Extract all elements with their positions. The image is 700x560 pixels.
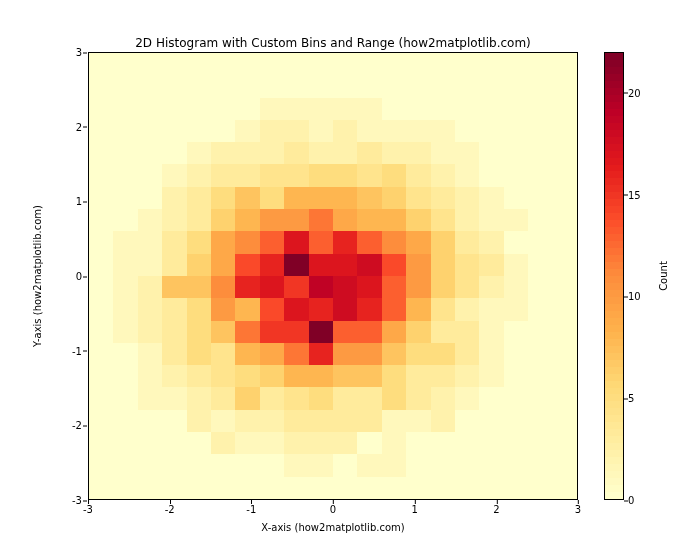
heatmap-cell: [333, 187, 357, 209]
heatmap-cell: [479, 365, 503, 387]
heatmap-cell: [235, 120, 259, 142]
colorbar-tick: 0: [628, 495, 634, 506]
heatmap-cell: [235, 298, 259, 320]
heatmap-cell: [187, 142, 211, 164]
heatmap-cell: [138, 343, 162, 365]
heatmap-cell: [284, 454, 308, 476]
heatmap-cell: [187, 343, 211, 365]
heatmap-cell: [260, 276, 284, 298]
heatmap-cell: [333, 321, 357, 343]
heatmap-cell: [479, 98, 503, 120]
heatmap-cell: [528, 53, 552, 75]
x-tick: -3: [83, 504, 93, 515]
heatmap-cell: [455, 365, 479, 387]
heatmap-cell: [553, 477, 577, 499]
heatmap-cell: [431, 98, 455, 120]
heatmap-cell: [406, 120, 430, 142]
heatmap-cell: [138, 142, 162, 164]
heatmap-cell: [333, 387, 357, 409]
heatmap-cell: [504, 75, 528, 97]
heatmap-cell: [479, 432, 503, 454]
heatmap-cell: [553, 387, 577, 409]
heatmap-cell: [162, 387, 186, 409]
heatmap-cell: [553, 276, 577, 298]
heatmap-cell: [479, 120, 503, 142]
heatmap-cell: [235, 454, 259, 476]
heatmap-cell: [382, 432, 406, 454]
heatmap-cell: [235, 365, 259, 387]
heatmap-cell: [479, 53, 503, 75]
heatmap-cell: [211, 120, 235, 142]
heatmap-cell: [211, 321, 235, 343]
heatmap-cell: [528, 164, 552, 186]
heatmap-cell: [284, 209, 308, 231]
heatmap-cell: [406, 365, 430, 387]
heatmap-cell: [138, 209, 162, 231]
heatmap-cell: [382, 142, 406, 164]
heatmap-cell: [431, 209, 455, 231]
heatmap-cell: [309, 98, 333, 120]
heatmap-cell: [211, 53, 235, 75]
heatmap-cell: [235, 209, 259, 231]
heatmap-cell: [357, 477, 381, 499]
heatmap-cell: [284, 98, 308, 120]
heatmap-cell: [455, 276, 479, 298]
heatmap-cell: [333, 98, 357, 120]
heatmap-cell: [309, 387, 333, 409]
heatmap-cell: [455, 321, 479, 343]
y-tick: 1: [58, 196, 82, 207]
heatmap-cell: [406, 321, 430, 343]
heatmap-cell: [260, 254, 284, 276]
heatmap-cell: [504, 254, 528, 276]
heatmap-cell: [138, 231, 162, 253]
heatmap-cell: [113, 365, 137, 387]
heatmap-cell: [260, 187, 284, 209]
heatmap-cell: [187, 387, 211, 409]
heatmap-cell: [504, 432, 528, 454]
heatmap-cell: [528, 432, 552, 454]
heatmap-cell: [406, 254, 430, 276]
heatmap-cell: [138, 387, 162, 409]
heatmap-cell: [284, 142, 308, 164]
heatmap-cell: [187, 321, 211, 343]
heatmap-cell: [406, 477, 430, 499]
heatmap-cell: [504, 298, 528, 320]
colorbar-tick: 10: [628, 291, 641, 302]
heatmap-cell: [528, 454, 552, 476]
heatmap-cell: [89, 187, 113, 209]
heatmap-cell: [235, 276, 259, 298]
heatmap-cell: [162, 209, 186, 231]
heatmap-cell: [528, 410, 552, 432]
heatmap-cell: [138, 365, 162, 387]
heatmap-cell: [260, 75, 284, 97]
heatmap-cell: [138, 477, 162, 499]
heatmap-cell: [138, 410, 162, 432]
heatmap-cell: [260, 120, 284, 142]
heatmap-cell: [479, 209, 503, 231]
heatmap-cell: [333, 477, 357, 499]
heatmap-cell: [309, 75, 333, 97]
heatmap-cell: [187, 477, 211, 499]
heatmap-cell: [406, 410, 430, 432]
heatmap-cell: [431, 410, 455, 432]
heatmap-cell: [260, 410, 284, 432]
heatmap-cell: [479, 477, 503, 499]
heatmap-cell: [382, 387, 406, 409]
heatmap-cell: [553, 321, 577, 343]
heatmap-cell: [113, 75, 137, 97]
heatmap-cell: [382, 298, 406, 320]
heatmap-cell: [89, 142, 113, 164]
heatmap-cell: [260, 454, 284, 476]
heatmap-cell: [406, 98, 430, 120]
heatmap-cell: [455, 53, 479, 75]
x-tick: 0: [330, 504, 336, 515]
heatmap-cell: [357, 142, 381, 164]
heatmap-cell: [382, 454, 406, 476]
heatmap-cell: [89, 321, 113, 343]
heatmap-cell: [187, 187, 211, 209]
heatmap-cell: [406, 209, 430, 231]
heatmap-cell: [162, 254, 186, 276]
heatmap-cell: [89, 432, 113, 454]
heatmap-cell: [284, 231, 308, 253]
heatmap-cell: [187, 53, 211, 75]
